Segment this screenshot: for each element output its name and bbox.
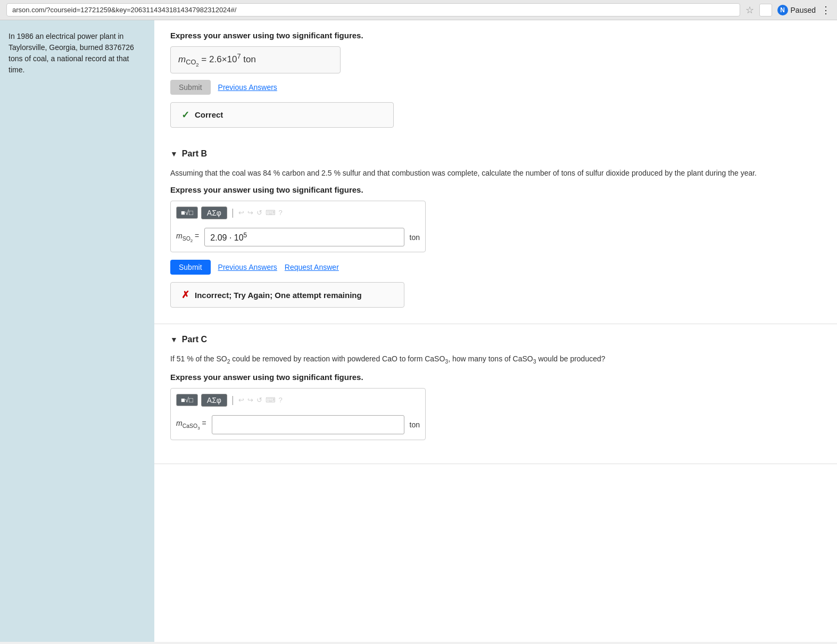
part-b-previous-answers-link[interactable]: Previous Answers xyxy=(218,263,277,271)
part-b-help-icon[interactable]: ? xyxy=(279,209,283,217)
part-b-label: Part B xyxy=(182,149,207,159)
part-c-subscript: CaSO3 xyxy=(183,423,200,429)
menu-dots-icon[interactable]: ⋮ xyxy=(821,4,831,16)
sidebar-text: In 1986 an electrical power plant in Tay… xyxy=(9,31,146,76)
part-b-math-container: ■√□ ΑΣφ | ↩ ↪ ↺ ⌨ ? mSO2 = 2.09 · 105 xyxy=(170,201,426,252)
part-b-refresh-icon[interactable]: ↺ xyxy=(256,209,262,217)
correct-check-icon: ✓ xyxy=(181,109,189,121)
part-a-correct-box: ✓ Correct xyxy=(170,102,394,128)
part-a-answer-display: mCO2 = 2.6×107 ton xyxy=(178,54,256,64)
part-c-redo-icon[interactable]: ↪ xyxy=(247,396,253,404)
part-a-answer-box: mCO2 = 2.6×107 ton xyxy=(170,46,341,73)
part-c-tool-symbol-btn[interactable]: ΑΣφ xyxy=(201,394,227,407)
part-b-collapse-icon[interactable]: ▼ xyxy=(170,150,178,158)
part-b-sig-figs-label: Express your answer using two significan… xyxy=(170,185,821,194)
part-b-incorrect-box: ✗ Incorrect; Try Again; One attempt rema… xyxy=(170,282,404,308)
part-b-section: ▼ Part B Assuming that the coal was 84 %… xyxy=(154,138,837,325)
pause-label: Paused xyxy=(791,6,816,14)
incorrect-label: Incorrect; Try Again; One attempt remain… xyxy=(195,291,362,300)
part-b-redo-icon[interactable]: ↪ xyxy=(247,209,253,217)
part-a-subscript: CO2 xyxy=(186,58,198,66)
part-c-question: If 51 % of the SO2 could be removed by r… xyxy=(170,353,821,366)
part-b-tool-symbol-btn[interactable]: ΑΣφ xyxy=(201,207,227,219)
part-b-question: Assuming that the coal was 84 % carbon a… xyxy=(170,167,821,179)
part-a-equals: = xyxy=(201,54,209,64)
part-c-sig-figs-label: Express your answer using two significan… xyxy=(170,373,821,382)
part-b-m: m xyxy=(176,232,183,240)
part-b-submit-row: Submit Previous Answers Request Answer xyxy=(170,260,821,275)
part-c-m: m xyxy=(176,419,183,427)
part-c-header: ▼ Part C xyxy=(170,335,821,344)
part-a-section: Express your answer using two significan… xyxy=(154,20,837,138)
sidebar: In 1986 an electrical power plant in Tay… xyxy=(0,20,154,642)
part-c-label: Part C xyxy=(182,335,207,344)
part-c-help-icon[interactable]: ? xyxy=(279,396,283,404)
part-a-sig-figs-label: Express your answer using two significan… xyxy=(170,31,821,40)
part-a-submit-row: Submit Previous Answers xyxy=(170,80,821,95)
part-b-input-row: mSO2 = 2.09 · 105 ton xyxy=(176,228,420,246)
part-c-toolbar-separator: | xyxy=(231,394,234,406)
n-icon: N xyxy=(777,5,788,15)
part-c-input-row: mCaSO3 = ton xyxy=(176,415,420,434)
part-c-math-field[interactable] xyxy=(212,415,404,434)
part-b-unit: ton xyxy=(410,233,420,242)
main-content: Express your answer using two significan… xyxy=(154,20,837,642)
part-b-keyboard-icon[interactable]: ⌨ xyxy=(266,209,276,217)
part-c-toolbar: ■√□ ΑΣφ | ↩ ↪ ↺ ⌨ ? xyxy=(176,394,420,411)
part-c-math-container: ■√□ ΑΣφ | ↩ ↪ ↺ ⌨ ? mCaSO3 = ton xyxy=(170,388,426,440)
browser-bar: arson.com/?courseid=12721259&key=2063114… xyxy=(0,0,837,20)
part-b-subscript: SO2 xyxy=(183,235,193,242)
part-a-m-label: m xyxy=(178,54,186,64)
part-b-undo-icon[interactable]: ↩ xyxy=(238,209,244,217)
part-b-submit-button[interactable]: Submit xyxy=(170,260,211,275)
correct-label: Correct xyxy=(195,110,223,119)
part-c-undo-icon[interactable]: ↩ xyxy=(238,396,244,404)
part-c-refresh-icon[interactable]: ↺ xyxy=(256,396,262,404)
part-b-toolbar: ■√□ ΑΣφ | ↩ ↪ ↺ ⌨ ? xyxy=(176,207,420,224)
toolbar-separator: | xyxy=(231,207,234,218)
incorrect-x-icon: ✗ xyxy=(181,289,189,301)
part-a-submit-button[interactable]: Submit xyxy=(170,80,211,95)
part-a-value: 2.6×107 ton xyxy=(209,54,256,64)
part-c-section: ▼ Part C If 51 % of the SO2 could be rem… xyxy=(154,324,837,464)
part-c-unit: ton xyxy=(410,420,420,429)
part-a-previous-answers-link[interactable]: Previous Answers xyxy=(218,83,277,92)
part-b-request-answer-link[interactable]: Request Answer xyxy=(285,263,339,271)
part-b-tool-fraction-btn[interactable]: ■√□ xyxy=(176,207,198,219)
part-c-keyboard-icon[interactable]: ⌨ xyxy=(266,396,276,404)
part-b-math-field[interactable]: 2.09 · 105 xyxy=(204,228,404,246)
part-c-tool-fraction-btn[interactable]: ■√□ xyxy=(176,394,198,406)
part-b-header: ▼ Part B xyxy=(170,149,821,159)
part-c-math-label: mCaSO3 = xyxy=(176,419,206,431)
url-bar[interactable]: arson.com/?courseid=12721259&key=2063114… xyxy=(6,3,740,16)
star-icon[interactable]: ☆ xyxy=(745,4,754,16)
window-icon[interactable] xyxy=(759,4,772,16)
part-c-collapse-icon[interactable]: ▼ xyxy=(170,335,178,344)
part-b-math-label: mSO2 = xyxy=(176,232,199,243)
part-b-math-value: 2.09 · 105 xyxy=(210,233,247,242)
pause-container: N Paused xyxy=(777,5,816,15)
